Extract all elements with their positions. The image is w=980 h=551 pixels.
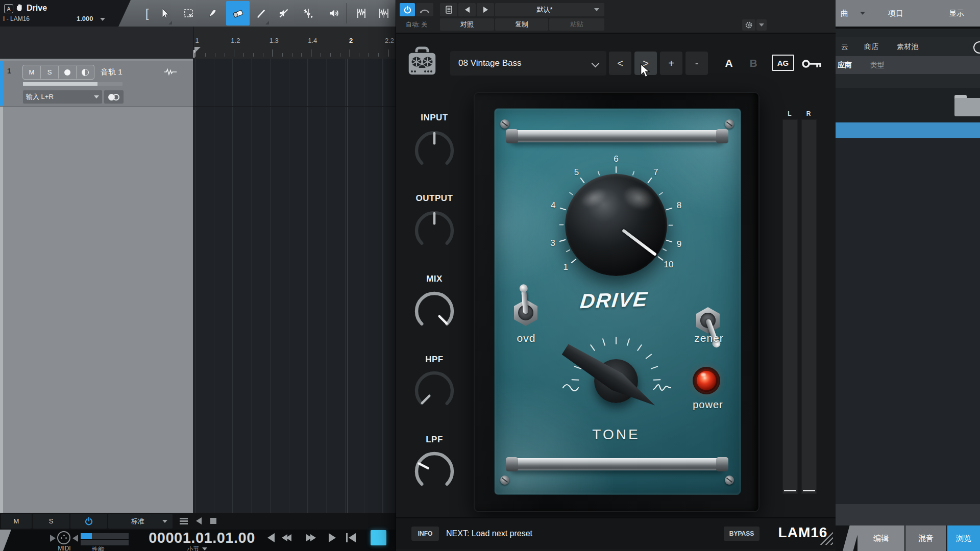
step-back-button[interactable]: [267, 533, 275, 542]
performance-meter-top[interactable]: [81, 533, 129, 539]
ovd-toggle[interactable]: [514, 299, 537, 326]
plugin-enable-button[interactable]: [400, 3, 415, 16]
power-label: power: [677, 398, 739, 411]
track-solo-button[interactable]: S: [41, 66, 59, 79]
arrange-area[interactable]: [193, 59, 396, 513]
plugin-settings-arrow[interactable]: [756, 19, 767, 31]
eraser-tool-selected[interactable]: [226, 1, 250, 26]
speed-dropdown-icon[interactable]: [100, 18, 105, 21]
nudge-left-icon[interactable]: [196, 517, 202, 524]
view-switch-bar: 编辑 混音 浏览: [836, 525, 980, 551]
view-edit-button[interactable]: 编辑: [857, 525, 904, 551]
time-unit-select[interactable]: 小节: [174, 546, 220, 551]
drive-knob[interactable]: 1345678910: [540, 148, 693, 302]
screw-top-left: [500, 119, 509, 129]
midi-connector-icon[interactable]: [57, 531, 70, 544]
automation-status[interactable]: 自动: 关: [399, 18, 434, 31]
ab-global-button[interactable]: AG: [772, 55, 794, 71]
rewind-button[interactable]: [282, 534, 291, 541]
arrow-tool[interactable]: [156, 1, 173, 26]
prev-preset-header-button[interactable]: [458, 3, 476, 16]
automation-power-button[interactable]: [70, 514, 107, 529]
track-channel-mode-button[interactable]: [104, 90, 124, 104]
preset-menu-dropdown[interactable]: 默认*: [495, 3, 604, 16]
input-knob[interactable]: [411, 127, 458, 174]
speed-value[interactable]: 1.000: [77, 15, 93, 22]
ab-compare-a-button[interactable]: A: [718, 52, 740, 75]
filter-type[interactable]: 类型: [870, 61, 885, 70]
tab-shop[interactable]: 商店: [864, 42, 878, 52]
bypass-button[interactable]: BYPASS: [724, 527, 760, 541]
listen-tool[interactable]: [326, 1, 342, 26]
snap-dropdown-icon: [162, 520, 167, 523]
song-dropdown-icon[interactable]: [860, 12, 865, 15]
track-input-select[interactable]: 输入 L+R: [23, 90, 102, 104]
lane-separator: [193, 106, 396, 107]
split-tool[interactable]: [205, 1, 221, 26]
meter-left-label: L: [782, 110, 797, 117]
track-row[interactable]: 1 M S 音轨 1 输入 L+R: [0, 61, 193, 107]
output-knob-label: OUTPUT: [404, 193, 465, 204]
track-number: 1: [7, 67, 11, 75]
paint-tool[interactable]: [253, 1, 270, 26]
prev-preset-button[interactable]: <: [609, 52, 631, 75]
bend-tool[interactable]: [300, 1, 316, 26]
snap-menu-icon[interactable]: [180, 518, 188, 524]
time-display[interactable]: 00001.01.01.00: [137, 530, 267, 546]
plugin-settings-button[interactable]: [742, 19, 755, 31]
track-record-button[interactable]: [59, 66, 77, 79]
tab-project[interactable]: 项目: [888, 9, 903, 18]
view-mix-button[interactable]: 混音: [905, 525, 946, 551]
track-name[interactable]: 音轨 1: [101, 67, 122, 77]
next-preset-header-button[interactable]: [477, 3, 494, 16]
snap-mode-select[interactable]: 标准: [108, 514, 173, 529]
output-knob[interactable]: [411, 207, 458, 254]
key-lock-icon[interactable]: [801, 57, 824, 70]
fast-forward-button[interactable]: [306, 534, 316, 541]
zener-toggle[interactable]: [696, 307, 720, 334]
timeline-ruler[interactable]: 11.21.31.422.2: [193, 27, 396, 59]
audio-bend-tool[interactable]: [353, 1, 370, 26]
range-bracket-tool[interactable]: [: [141, 1, 153, 26]
view-browse-button-active[interactable]: 浏览: [947, 525, 980, 551]
preset-file-button[interactable]: [440, 3, 457, 16]
mix-knob-label: MIX: [404, 273, 465, 285]
play-button[interactable]: [329, 533, 336, 542]
global-solo-button[interactable]: S: [33, 514, 69, 529]
remove-preset-button[interactable]: -: [685, 52, 708, 75]
add-preset-button[interactable]: +: [660, 52, 682, 75]
tab-show[interactable]: 显示: [949, 9, 964, 18]
stop-button-active[interactable]: [371, 530, 386, 545]
paste-button-disabled[interactable]: 粘贴: [549, 18, 604, 31]
plugin-automation-button[interactable]: [416, 3, 433, 16]
compare-button[interactable]: 对照: [440, 18, 494, 31]
ruler-label: 1.2: [227, 37, 244, 44]
track-volume-slider[interactable]: [23, 82, 122, 86]
drive-scale-number: 10: [660, 260, 677, 270]
listen-circle-icon[interactable]: [973, 41, 980, 54]
track-mute-button[interactable]: M: [23, 66, 41, 79]
tab-song[interactable]: 曲: [841, 9, 848, 18]
lpf-knob[interactable]: [411, 448, 458, 495]
copy-button[interactable]: 复制: [495, 18, 548, 31]
tab-cloud[interactable]: 云: [841, 42, 848, 52]
selected-browser-row[interactable]: [836, 122, 980, 138]
performance-meter-bottom[interactable]: [81, 540, 129, 545]
stereo-icon-right: [113, 94, 119, 101]
stop-small-icon[interactable]: [210, 518, 216, 524]
mute-tool[interactable]: [276, 1, 292, 26]
info-button[interactable]: INFO: [411, 527, 439, 541]
global-mute-button[interactable]: M: [1, 514, 32, 529]
track-monitor-button[interactable]: [77, 66, 94, 79]
ab-compare-b-button[interactable]: B: [742, 52, 765, 75]
filter-vendor[interactable]: 应商: [838, 61, 852, 70]
preset-name-dropdown[interactable]: 08 Vintage Bass: [450, 51, 606, 76]
range-select-tool[interactable]: [181, 1, 197, 26]
return-to-start-button[interactable]: [346, 533, 356, 542]
screw-bottom-right: [725, 475, 734, 485]
tab-pool[interactable]: 素材池: [897, 42, 918, 52]
folder-icon[interactable]: [954, 98, 980, 116]
mix-knob[interactable]: [411, 288, 458, 335]
hpf-knob[interactable]: [411, 367, 458, 414]
timestretch-tool[interactable]: [376, 1, 392, 26]
